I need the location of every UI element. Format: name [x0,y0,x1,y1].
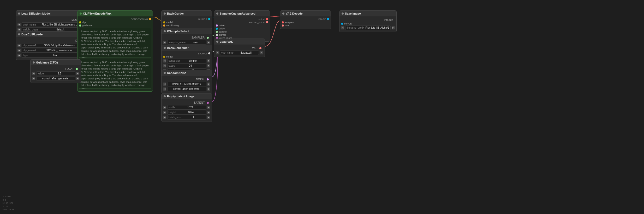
filename-prefix-row[interactable]: ◀ filename_prefix Flux-Lite-8B-Alpha/1 ▶ [341,26,395,30]
load-vae-node: Load VAE VAE ◀ vae_name flux/ae.sfl ▶ [214,39,265,57]
image-output-label: IMAGE [318,18,326,21]
clip-text-area-1[interactable]: A scene inspired by 2000 comedy animatio… [79,28,151,58]
noise-control-row[interactable]: ◀ control_after_generate. ▶ [163,87,210,91]
load-vae-body: VAE ◀ vae_name flux/ae.sfl ▶ [214,45,265,57]
ksampler-select-header: KSamplerSelect [162,28,212,34]
vae-decode-body: IMAGE samples vae [280,16,331,29]
empty-latent-title: Empty Latent Image [167,95,194,98]
height-right-arrow[interactable]: ▶ [207,111,210,114]
samples-input-label: samples [285,21,294,24]
random-noise-header: RandomNoise [162,70,212,76]
steps-left-arrow[interactable]: ◀ [163,64,166,67]
clip-text-encode-flux-node: CLIPTextEncodeFlux CONDITIONING clip gui… [77,10,153,92]
sca-title: SamplerCustomAdvanced [220,12,255,15]
height-field: height 1024 [167,110,206,115]
type-left-arrow[interactable]: ◀ [17,54,21,57]
vae-decode-title: VAE Decode [286,12,303,15]
denoised-output-label: denoised_output [248,21,265,24]
scheduler-row[interactable]: ◀ scheduler simple ▶ [163,59,210,63]
node-status-dot [164,72,166,74]
clip-text-area-2[interactable]: A scene inspired by 2000 comedy animatio… [79,59,151,89]
vae-name-right-arrow[interactable]: ▶ [260,51,263,54]
vae-name-row[interactable]: ◀ vae_name flux/ae.sfl ▶ [216,51,263,55]
width-row[interactable]: ◀ width 1024 ▶ [163,105,210,110]
steps-right-arrow[interactable]: ▶ [207,64,210,67]
vae-input-label: vae [285,24,289,27]
width-right-arrow[interactable]: ▶ [207,106,210,109]
value-left-arrow[interactable]: ◀ [32,72,35,75]
batch-size-right-arrow[interactable]: ▶ [207,116,210,119]
noise-seed-left-arrow[interactable]: ◀ [163,83,166,86]
batch-size-row[interactable]: ◀ batch_size 1 ▶ [163,115,210,119]
height-left-arrow[interactable]: ◀ [163,111,166,114]
conditioning-output-label: CONDITIONING [131,18,148,21]
guidance-cfg-header: Guidance (CFG) [31,60,81,65]
status-T: T: 0.00s [3,195,14,198]
unet-name-row[interactable]: ◀ unet_name Flux.1-lite-8B-alpha.safeten… [17,22,87,27]
value-right-arrow[interactable]: ▶ [76,72,79,75]
clip-output-label: CLIP [17,39,87,43]
steps-field: steps 24 [167,64,206,68]
images-input-label: IMAGE [344,22,352,25]
sampler-name-left-arrow[interactable]: ◀ [163,41,166,44]
sampler-input-label: sampler [219,30,227,33]
clip-name2-row[interactable]: ◀ clip_name2 SD3/clip_l.safetensors ▶ [17,48,87,53]
sigmas-input-label: sigmas [219,34,226,36]
status-I: I: 0 [3,198,14,202]
unet-name-left-arrow[interactable]: ◀ [17,23,21,26]
height-row[interactable]: ◀ height 1024 ▶ [163,110,210,115]
weight-dtype-left-arrow[interactable]: ◀ [17,28,21,31]
scheduler-field: scheduler simple [167,59,206,63]
filename-prefix-right-arrow[interactable]: ▶ [392,26,395,29]
scheduler-left-arrow[interactable]: ◀ [163,59,166,62]
status-V: V: 28 [3,205,14,208]
random-noise-title: RandomNoise [167,71,186,74]
noise-seed-right-arrow[interactable]: ▶ [207,83,210,86]
save-image-body: images IMAGE ◀ filename_prefix Flux-Lite… [339,16,396,32]
noise-control-right-arrow[interactable]: ▶ [207,87,210,91]
sampler-custom-advanced-node: SamplerCustomAdvanced output denoised_ou… [214,10,270,42]
sampler-name-right-arrow[interactable]: ▶ [207,41,210,44]
guidance-control-row[interactable]: ◀ control_after_generate. ▶ [32,76,79,81]
noise-seed-row[interactable]: ◀ noise_s:1125899950349 ▶ [163,82,210,86]
random-noise-node: RandomNoise NOISE ◀ noise_s:112589995034… [161,70,212,93]
guidance-value-row[interactable]: ◀ value 3.5 ▶ [32,71,79,76]
control-left-arrow[interactable]: ◀ [32,77,35,80]
noise-control-field: control_after_generate. [167,87,206,91]
clip-name1-left-arrow[interactable]: ◀ [17,44,21,47]
empty-latent-image-node: Empty Latent Image LATENT ◀ width 1024 ▶… [161,93,212,122]
control-field: control_after_generate. [36,76,75,81]
clip-name2-left-arrow[interactable]: ◀ [17,49,21,52]
dual-clip-loader-title: DualCLIPLoader [21,33,44,36]
status-N: N: 13 [10] [3,202,14,205]
node-status-dot [80,12,82,15]
sigmas-output-label: SIGMAS [198,52,207,55]
ksampler-select-node: KSamplerSelect SAMPLER ◀ sampler_name eu… [161,28,212,47]
output-label: output [259,18,265,21]
steps-row[interactable]: ◀ steps 24 ▶ [163,64,210,68]
save-image-header: Save Image [339,11,396,16]
vae-decode-header: VAE Decode [280,11,331,16]
vae-decode-node: VAE Decode IMAGE samples vae [280,10,331,29]
load-vae-title: Load VAE [220,40,233,43]
type-row[interactable]: ◀ type flux ▶ [17,53,87,58]
clip-name1-row[interactable]: ◀ clip_name1 SD3/t5xl_fp16.safetensors ▶ [17,43,87,48]
load-vae-header: Load VAE [214,39,265,45]
batch-size-left-arrow[interactable]: ◀ [163,116,166,119]
basic-guider-title: BasicGuider [167,12,184,15]
guidance-cfg-title: Guidance (CFG) [36,61,58,64]
sampler-name-row[interactable]: ◀ sampler_name euler ▶ [163,40,210,45]
clip-text-encode-body: CONDITIONING clip guidance A scene inspi… [77,16,153,91]
clip-text-encode-title: CLIPTextEncodeFlux [83,12,111,15]
clip-text-encode-header: CLIPTextEncodeFlux [77,11,153,16]
scheduler-right-arrow[interactable]: ▶ [207,59,210,62]
width-left-arrow[interactable]: ◀ [163,106,166,109]
vae-name-left-arrow[interactable]: ◀ [216,51,219,54]
filename-prefix-left-arrow[interactable]: ◀ [341,26,344,29]
basic-scheduler-header: BasicScheduler [162,45,212,51]
control-right-arrow[interactable]: ▶ [76,77,79,80]
guider-input-label: guider [219,27,225,30]
model-input-label: model [166,21,173,24]
noise-control-left-arrow[interactable]: ◀ [163,87,166,91]
status-FPS: FPS: 75.76 [3,208,14,211]
